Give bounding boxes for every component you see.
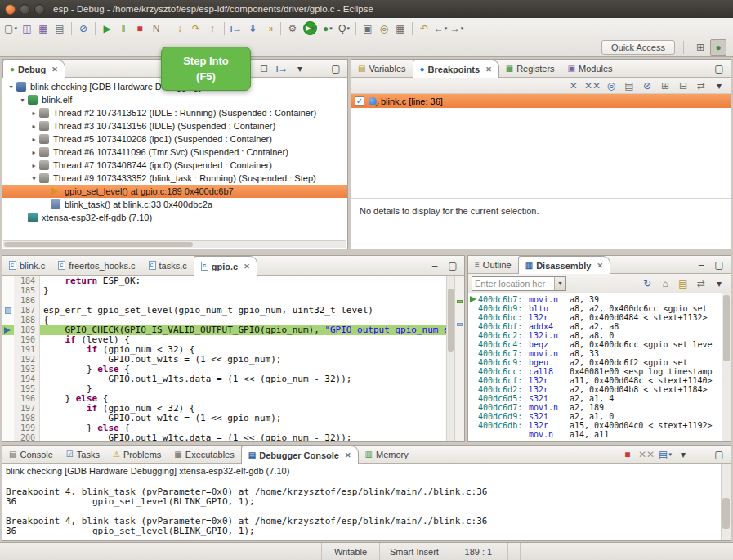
minimize-button[interactable]: – bbox=[310, 60, 326, 77]
tab-debug[interactable]: ●Debug✕ bbox=[2, 60, 65, 78]
use-step-filters-button[interactable]: ⇥ bbox=[261, 20, 277, 37]
debug-tree-item[interactable]: blink_task() at blink.c:33 0x400dbc2a bbox=[2, 198, 347, 211]
debug-button[interactable]: ●▾ bbox=[320, 20, 336, 37]
annotation-gutter[interactable] bbox=[2, 365, 14, 374]
debug-tree-item[interactable]: gpio_set_level() at gpio.c:189 0x400dc6b… bbox=[2, 185, 347, 198]
tab-memory[interactable]: ▥Memory bbox=[359, 446, 415, 463]
step-return-button[interactable]: ↑ bbox=[204, 20, 221, 37]
window-minimize-button[interactable] bbox=[20, 4, 30, 15]
scrollbar-thumb[interactable] bbox=[722, 498, 730, 529]
collapse-all-button[interactable]: ⊟ bbox=[256, 60, 272, 77]
link-with-active-debug-context-button[interactable]: ⇄ bbox=[693, 276, 709, 292]
disassembly-gutter[interactable] bbox=[468, 358, 478, 367]
view-menu-button[interactable]: ▾ bbox=[711, 276, 727, 292]
scrollbar-thumb[interactable] bbox=[448, 289, 454, 352]
run-button[interactable]: ▶▾ bbox=[303, 21, 317, 35]
collapse-all-button[interactable]: ⊟ bbox=[675, 78, 691, 94]
disassembly-gutter[interactable] bbox=[468, 376, 478, 385]
terminate-button[interactable]: ■ bbox=[132, 20, 148, 37]
terminate-button[interactable]: ■ bbox=[619, 446, 636, 463]
close-icon[interactable]: ✕ bbox=[597, 262, 603, 270]
scrollbar-thumb[interactable] bbox=[4, 242, 193, 247]
instruction-stepping-mode-button[interactable]: i→ bbox=[274, 60, 290, 77]
view-menu-button[interactable]: ▾ bbox=[711, 78, 727, 94]
expander-closed-icon[interactable]: ▸ bbox=[29, 123, 39, 130]
view-menu-button[interactable]: ▾ bbox=[675, 446, 691, 463]
console-scrollbar[interactable] bbox=[721, 464, 731, 540]
expander-open-icon[interactable]: ▾ bbox=[17, 96, 28, 104]
annotation-gutter[interactable] bbox=[2, 414, 14, 423]
tab-executables[interactable]: ▦Executables bbox=[168, 446, 240, 463]
remove-all-terminated-button[interactable]: ✕✕ bbox=[637, 446, 655, 463]
minimize-button[interactable]: – bbox=[693, 446, 709, 463]
disassembly-gutter[interactable] bbox=[468, 421, 478, 430]
editor-lines[interactable]: 184 return ESP_OK;185}186187esp_err_t gp… bbox=[2, 276, 446, 441]
expander-closed-icon[interactable]: ▸ bbox=[29, 110, 39, 117]
window-maximize-button[interactable] bbox=[34, 4, 45, 15]
debug-tree-item[interactable]: ▸Thread #3 1073413156 (IDLE) (Suspended … bbox=[2, 119, 347, 132]
new-button[interactable]: ▢▾ bbox=[2, 20, 19, 37]
disassembly-gutter[interactable] bbox=[468, 385, 478, 394]
tab-tasks-c[interactable]: tasks.c bbox=[142, 256, 194, 275]
tab-tasks[interactable]: ☑Tasks bbox=[60, 446, 106, 463]
disassembly-listing[interactable]: 400dc6b7:movi.na8, 39400dc6b9:bltua8, a2… bbox=[468, 293, 722, 441]
close-icon[interactable]: ✕ bbox=[485, 65, 492, 74]
debug-tree-item[interactable]: xtensa-esp32-elf-gdb (7.10) bbox=[2, 211, 347, 224]
scrollbar-thumb[interactable] bbox=[723, 295, 730, 361]
debug-tree-item[interactable]: ▸Thread #7 1073408744 (ipc0) (Suspended … bbox=[2, 159, 347, 172]
disassembly-gutter[interactable] bbox=[468, 331, 478, 340]
disassembly-gutter[interactable] bbox=[468, 412, 478, 421]
debug-tree-item[interactable]: ▸Thread #6 1073411096 (Tmr Svc) (Suspend… bbox=[2, 146, 347, 159]
link-with-debug-view-button[interactable]: ⇄ bbox=[693, 78, 709, 94]
annotation-gutter[interactable] bbox=[2, 404, 14, 414]
disassembly-gutter[interactable] bbox=[468, 430, 478, 439]
print-button[interactable]: ▤ bbox=[51, 20, 68, 37]
disassembly-gutter[interactable] bbox=[468, 340, 478, 349]
refresh-button[interactable]: ↻ bbox=[639, 276, 655, 292]
annotation-gutter[interactable] bbox=[2, 306, 14, 316]
tab-freertos-hooks-c[interactable]: freertos_hooks.c bbox=[51, 256, 141, 275]
tab-debugger-console[interactable]: ▤Debugger Console✕ bbox=[241, 446, 359, 464]
annotation-gutter[interactable] bbox=[2, 423, 14, 433]
tab-blink-c[interactable]: blink.c bbox=[2, 256, 51, 275]
skip-all-breakpoints-button[interactable]: ⊘ bbox=[639, 78, 655, 94]
debug-perspective-button[interactable]: ● bbox=[710, 39, 726, 56]
tab-outline[interactable]: ≡Outline bbox=[468, 256, 518, 273]
tab-disassembly[interactable]: ▥Disassembly✕ bbox=[518, 256, 610, 274]
close-icon[interactable]: ✕ bbox=[345, 451, 351, 459]
window-close-button[interactable] bbox=[5, 4, 16, 15]
step-over-button[interactable]: ↷ bbox=[188, 20, 204, 37]
code-editor[interactable]: 184 return ESP_OK;185}186187esp_err_t gp… bbox=[2, 276, 464, 441]
open-type-button[interactable]: ▣ bbox=[360, 20, 376, 37]
annotation-gutter[interactable] bbox=[2, 433, 14, 441]
disassembly-gutter[interactable] bbox=[468, 304, 478, 313]
debug-tree-item[interactable]: ▾blink.elf bbox=[2, 93, 347, 106]
disassembly-gutter[interactable] bbox=[468, 394, 478, 403]
disassembly-gutter[interactable] bbox=[468, 349, 478, 358]
go-to-file-for-breakpoint-button[interactable]: ▤ bbox=[621, 78, 637, 94]
view-menu-button[interactable]: ▾ bbox=[292, 60, 308, 77]
mark-occurrences-button[interactable]: ▦ bbox=[392, 20, 409, 37]
breakpoint-item[interactable]: ✓blink.c [line: 36] bbox=[351, 94, 731, 108]
tab-variables[interactable]: ▤Variables bbox=[351, 60, 413, 77]
remove-all-breakpoints-button[interactable]: ✕✕ bbox=[583, 78, 601, 94]
suspend-button[interactable]: ‖ bbox=[115, 20, 132, 37]
instruction-stepping-button[interactable]: i→ bbox=[228, 20, 244, 37]
back-button[interactable]: ←▾ bbox=[432, 20, 449, 37]
maximize-button[interactable]: ▢ bbox=[711, 446, 727, 463]
drop-to-frame-button[interactable]: ⇓ bbox=[244, 20, 261, 37]
editor-vertical-scrollbar[interactable] bbox=[446, 276, 454, 441]
annotation-gutter[interactable] bbox=[2, 325, 14, 335]
expander-closed-icon[interactable]: ▸ bbox=[29, 149, 39, 156]
window-titlebar[interactable]: esp - Debug - /home/krzysztof/esp/esp-id… bbox=[0, 0, 733, 18]
disassembly-gutter[interactable] bbox=[468, 403, 478, 412]
location-combo[interactable]: ▾ bbox=[472, 276, 566, 291]
show-source-button[interactable]: ▤ bbox=[675, 276, 691, 292]
maximize-button[interactable]: ▢ bbox=[445, 258, 461, 274]
location-input[interactable] bbox=[472, 279, 554, 289]
debug-horizontal-scrollbar[interactable] bbox=[3, 240, 346, 248]
breakpoint-checkbox[interactable]: ✓ bbox=[355, 96, 364, 106]
debug-tree-item[interactable]: ▾Thread #9 1073433352 (blink_task : Runn… bbox=[2, 172, 347, 185]
last-edit-location-button[interactable]: ↶ bbox=[416, 20, 432, 37]
disconnect-button[interactable]: N bbox=[148, 20, 164, 37]
